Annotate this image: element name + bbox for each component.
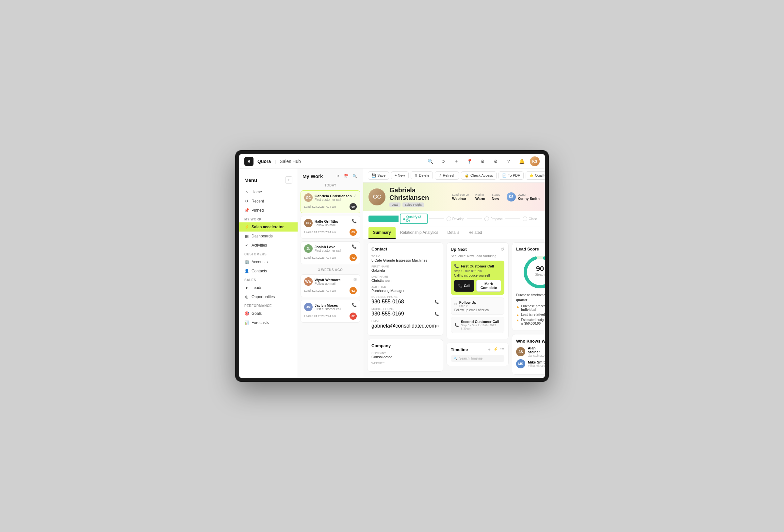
new-button[interactable]: + New xyxy=(391,171,409,179)
lead-date-4: Lead 8.24.2023 7:24 am xyxy=(304,289,336,292)
sidebar-item-dashboards[interactable]: ▦ Dashboards xyxy=(239,231,298,241)
tab-relationship[interactable]: Relationship Analytics xyxy=(396,227,443,239)
my-work-header: My Work ↺ 📅 🔍 xyxy=(298,169,363,182)
sidebar-item-home[interactable]: ⌂ Home xyxy=(239,188,298,197)
more-timeline-btn[interactable]: ••• xyxy=(500,347,504,353)
refresh-button[interactable]: ↺ Refresh xyxy=(435,171,459,179)
pipeline-stage-develop[interactable]: Develop xyxy=(444,217,467,221)
company-name-field: Company Consolidated xyxy=(371,352,439,359)
activity-card-3-header: 📞 Second Customer Call Step 3 · Due to 1… xyxy=(454,320,501,330)
email-activity-icon: ✉ xyxy=(454,302,457,306)
tab-summary[interactable]: Summary xyxy=(368,227,396,239)
topic-field: Topic 5 Cafe Grande Espresso Machines xyxy=(371,255,439,262)
activity-step-1: Step 1 · Due 8/31 pm xyxy=(454,270,501,273)
pipeline-connector-3 xyxy=(505,219,521,219)
pipeline-connector-1 xyxy=(429,219,444,219)
pinned-icon: 📌 xyxy=(244,208,249,213)
pipeline-stage-close[interactable]: Close xyxy=(520,217,540,221)
search-timeline-text: Search Timeline xyxy=(459,357,483,360)
filter-button[interactable]: ⚙ xyxy=(478,157,487,166)
phone-activity-icon-3: 📞 xyxy=(454,323,459,327)
lead-meta-2: Lead 8.24.2023 7:24 am 83 xyxy=(304,229,357,236)
wkw-person-1: AS Alan Steiner alansteiner.com xyxy=(516,346,545,357)
lead-action-icon-1[interactable]: ✓ xyxy=(354,193,357,198)
first-name-field: First Name Gabriela xyxy=(371,265,439,272)
lead-action-icon-3[interactable]: 📞 xyxy=(352,244,357,249)
email-icon[interactable]: ✉ xyxy=(436,324,439,328)
pipeline-stage-qualify[interactable]: ⚙ Qualify (3 D) xyxy=(400,214,428,224)
sidebar-item-goals[interactable]: 🎯 Goals xyxy=(239,309,298,318)
my-work-calendar-btn[interactable]: 📅 xyxy=(343,172,350,179)
sidebar-item-recent[interactable]: ↺ Recent xyxy=(239,197,298,206)
filter-timeline-btn[interactable]: ⚡ xyxy=(493,347,498,353)
activity-step-2: Step 2 xyxy=(459,304,477,308)
status-label: Status xyxy=(492,193,500,196)
lead-meta-3: Lead 8.24.2023 7:24 am 72 xyxy=(304,254,357,261)
mobile-icon[interactable]: 📞 xyxy=(435,312,439,316)
pipeline-stage-propose[interactable]: Propose xyxy=(482,217,505,221)
tab-related[interactable]: Related xyxy=(464,227,486,239)
lead-card-2[interactable]: HG Halle Griffiths Follow up mail 📞 Lead… xyxy=(301,216,360,239)
notifications-button[interactable]: 🔔 xyxy=(517,157,527,166)
location-button[interactable]: 📍 xyxy=(465,157,474,166)
lead-action-icon-2[interactable]: 📞 xyxy=(352,219,357,223)
recent-icon: ↺ xyxy=(244,199,249,203)
activity-desc-1: Call to introduce yourself xyxy=(454,274,501,277)
owner-area: KS Owner Kenny Smith xyxy=(507,192,540,201)
sidebar-item-pinned[interactable]: 📌 Pinned xyxy=(239,206,298,215)
add-menu-button[interactable]: ＋ xyxy=(285,176,292,184)
sidebar-item-activities[interactable]: ✓ Activities xyxy=(239,241,298,250)
save-button[interactable]: 💾 Save xyxy=(368,171,389,179)
lead-action-icon-4[interactable]: ✉ xyxy=(354,277,357,282)
tab-details[interactable]: Details xyxy=(443,227,464,239)
user-avatar[interactable]: KS xyxy=(530,157,540,166)
call-button[interactable]: 📞 Call xyxy=(454,280,474,291)
sidebar-item-sales-accelerator[interactable]: ⚡ Sales accelerator xyxy=(239,222,298,231)
refresh-button[interactable]: ↺ xyxy=(439,157,448,166)
lead-score-5: 32 xyxy=(349,312,357,320)
mark-complete-button[interactable]: Mark Complete xyxy=(476,280,501,291)
lead-meta-fields: Lead Source Webinar Rating Warm Status N… xyxy=(452,192,540,201)
lead-card-4[interactable]: WW Wyatt Wetmore Follow up mail ✉ Lead 8… xyxy=(301,274,360,297)
top-bar-right: 🔍 ↺ ＋ 📍 ⚙ ⚙ ? 🔔 KS xyxy=(425,157,540,166)
activity-name-1: First Customer Call xyxy=(461,264,494,268)
sidebar-item-opportunities[interactable]: ◎ Opportunities xyxy=(239,292,298,302)
check-access-button[interactable]: 🔒 Check Access xyxy=(461,171,497,179)
performance-section-title: Performance xyxy=(239,302,298,309)
goals-icon: 🎯 xyxy=(244,311,249,316)
my-work-search-btn[interactable]: 🔍 xyxy=(351,172,358,179)
lead-action-icon-5[interactable]: 📞 xyxy=(352,303,357,307)
sidebar-item-accounts[interactable]: 🏢 Accounts xyxy=(239,257,298,267)
sales-section-title: Sales xyxy=(239,276,298,283)
sidebar-item-leads[interactable]: ● Leads xyxy=(239,283,298,292)
search-button[interactable]: 🔍 xyxy=(425,157,435,166)
job-title-field: Job Title Purchasing Manager xyxy=(371,285,439,292)
phone-icon[interactable]: 📞 xyxy=(435,300,439,304)
to-pdf-button[interactable]: 📄 To PDF xyxy=(499,171,524,179)
mobile-phone-label: Mobile Phone xyxy=(371,307,439,311)
add-timeline-btn[interactable]: ＋ xyxy=(487,347,491,353)
delete-button[interactable]: 🗑 Delete xyxy=(411,171,433,179)
wkw-avatar-1: AS xyxy=(516,347,525,356)
lead-sub-5: First customer call xyxy=(315,307,341,311)
help-button[interactable]: ? xyxy=(504,157,513,166)
timeline-search[interactable]: 🔍 Search Timeline xyxy=(451,355,504,362)
lead-card-5[interactable]: JM Jaclyn Moses First customer call 📞 Le… xyxy=(301,300,360,323)
lead-card-1[interactable]: GC Gabriela Christiansen First customer … xyxy=(301,190,360,213)
insight-3: ▲ Estimated budgetis $50,000.00 xyxy=(516,318,545,325)
lead-meta-4: Lead 8.24.2023 7:24 am 62 xyxy=(304,287,357,294)
sidebar-item-contacts[interactable]: 👤 Contacts xyxy=(239,267,298,276)
lead-card-3[interactable]: JL Josiah Love First customer call 📞 Lea… xyxy=(301,241,360,264)
insight-1: ▲ Purchase process is individual xyxy=(516,304,545,312)
settings-button[interactable]: ⚙ xyxy=(491,157,500,166)
website-field: Website xyxy=(371,362,439,365)
app-name: Quora xyxy=(257,159,271,164)
sidebar-label-activities: Activities xyxy=(252,243,267,248)
add-button[interactable]: ＋ xyxy=(451,157,461,166)
sidebar-item-forecasts[interactable]: 📊 Forecasts xyxy=(239,318,298,327)
up-next-refresh-btn[interactable]: ↺ xyxy=(500,247,504,252)
quality-button[interactable]: ⭐ Quality xyxy=(526,171,545,179)
my-work-actions: ↺ 📅 🔍 xyxy=(334,172,358,179)
sidebar-label-forecasts: Forecasts xyxy=(252,320,269,325)
my-work-refresh-btn[interactable]: ↺ xyxy=(334,172,341,179)
